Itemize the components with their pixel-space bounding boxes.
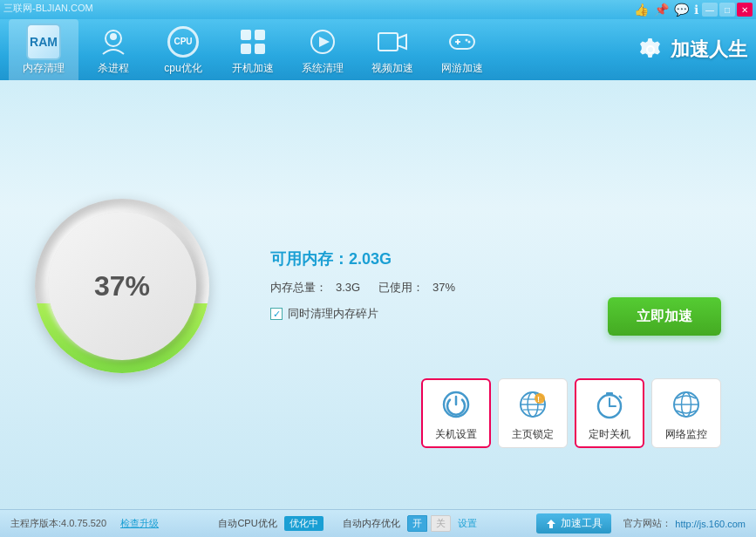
tool-timer-label: 定时关机: [589, 427, 630, 442]
nav-label-memory: 内存清理: [23, 61, 65, 76]
svg-text:!: !: [537, 395, 540, 404]
nav-items: RAM 内存清理 杀进程 CPU cpu优化: [9, 19, 497, 80]
clean-fragments-checkbox[interactable]: ✓: [270, 308, 283, 320]
thumbsup-icon: 👍: [634, 3, 649, 17]
ram-gauge: 37%: [35, 199, 227, 391]
quick-tools-row: 关机设置 ! 主页锁定: [421, 378, 721, 448]
accel-tool-label: 加速工具: [561, 516, 603, 531]
nav-bar: RAM 内存清理 杀进程 CPU cpu优化: [0, 19, 756, 80]
gauge-inner-circle: 37%: [48, 212, 196, 360]
pin-icon: 📌: [654, 3, 669, 17]
logo-text: 加速人生: [671, 37, 747, 63]
tool-network-label: 网络监控: [665, 427, 707, 442]
nav-item-video[interactable]: 视频加速: [358, 19, 427, 80]
available-label: 可用内存：: [270, 250, 349, 268]
status-bar: 主程序版本:4.0.75.520 检查升级 自动CPU优化 优化中 自动内存优化…: [0, 509, 756, 537]
svg-rect-8: [378, 33, 398, 51]
nav-item-cpu[interactable]: CPU cpu优化: [148, 19, 218, 80]
window-controls: — □ ✕: [702, 3, 753, 17]
nav-item-kill-process[interactable]: 杀进程: [78, 19, 148, 80]
gauge-percent: 37%: [94, 270, 150, 302]
title-bar: 三联网-BLJIAN.COM 👍 📌 💬 ℹ — □ ✕: [0, 0, 756, 19]
svg-rect-2: [241, 30, 251, 40]
svg-line-27: [619, 396, 622, 398]
ie-icon-wrap: !: [514, 385, 552, 424]
clean-fragments-label: 同时清理内存碎片: [288, 306, 378, 322]
tool-shutdown-label: 关机设置: [435, 427, 477, 442]
svg-marker-9: [398, 35, 406, 49]
title-bar-icons: 👍 📌 💬 ℹ: [634, 3, 698, 17]
check-update-button[interactable]: 检查升级: [120, 517, 159, 530]
memory-clean-icon: RAM: [26, 24, 61, 59]
info-panel: 可用内存：2.03G 内存总量：3.3G 已使用：37% ✓ 同时清理内存碎片 …: [227, 248, 721, 341]
sysclean-icon: [305, 24, 340, 59]
nav-label-cpu: cpu优化: [164, 61, 201, 76]
setting-link[interactable]: 设置: [458, 517, 477, 530]
close-button[interactable]: ✕: [737, 3, 753, 17]
boost-button[interactable]: 立即加速: [608, 297, 721, 336]
accel-tool-icon: [545, 518, 557, 530]
used-label: 已使用：: [378, 281, 424, 294]
svg-marker-7: [319, 37, 330, 47]
gauge-outer-ring: 37%: [35, 199, 209, 373]
total-value: 3.3G: [336, 281, 360, 294]
accel-tool-button[interactable]: 加速工具: [536, 513, 611, 534]
main-content: 37% 可用内存：2.03G 内存总量：3.3G 已使用：37% ✓ 同时清理内…: [0, 80, 756, 509]
svg-point-21: [535, 393, 545, 404]
shutdown-icon-wrap: [437, 385, 475, 424]
network-icon-wrap: [667, 385, 705, 424]
tool-homepage-label: 主页锁定: [512, 427, 554, 442]
mem-opt-label: 自动内存优化: [343, 517, 400, 530]
tool-shutdown-settings[interactable]: 关机设置: [421, 378, 491, 448]
svg-rect-10: [450, 35, 474, 49]
status-right-section: 加速工具 官方网站： http://js.160.com: [536, 513, 746, 534]
svg-point-13: [466, 38, 468, 41]
chat-icon: 💬: [674, 3, 689, 17]
logo-area: 加速人生: [637, 37, 747, 63]
svg-point-14: [468, 40, 471, 43]
timer-icon-wrap: [590, 385, 629, 424]
nav-label-video: 视频加速: [371, 61, 413, 76]
svg-point-1: [110, 33, 117, 40]
status-middle-section: 自动CPU优化 优化中 自动内存优化 开 关 设置: [173, 515, 522, 532]
nav-item-sysclean[interactable]: 系统清理: [288, 19, 358, 80]
nav-label-kill: 杀进程: [98, 61, 129, 76]
logo-gear-icon: [637, 37, 664, 63]
memory-details-row: 内存总量：3.3G 已使用：37%: [270, 280, 721, 296]
nav-item-game[interactable]: 网游加速: [427, 19, 497, 80]
nav-label-sysclean: 系统清理: [302, 61, 344, 76]
nav-item-memory-clean[interactable]: RAM 内存清理: [9, 19, 78, 80]
version-text: 主程序版本:4.0.75.520: [10, 517, 106, 530]
nav-label-startup: 开机加速: [232, 61, 274, 76]
toggle-off: 关: [431, 515, 451, 532]
minimize-button[interactable]: —: [702, 3, 718, 17]
game-icon: [445, 24, 480, 59]
available-memory-row: 可用内存：2.03G: [270, 248, 721, 269]
tool-homepage-lock[interactable]: ! 主页锁定: [498, 378, 568, 448]
used-value: 37%: [432, 281, 455, 294]
total-label: 内存总量：: [270, 281, 327, 294]
cpu-opt-label: 自动CPU优化: [218, 517, 276, 530]
official-site-link[interactable]: http://js.160.com: [675, 519, 746, 529]
cpu-icon: CPU: [166, 24, 201, 59]
svg-rect-4: [241, 44, 251, 54]
tool-timer-shutdown[interactable]: 定时关机: [575, 378, 644, 448]
watermark-text: 三联网-BLJIAN.COM: [3, 2, 93, 15]
info-icon: ℹ: [694, 3, 698, 17]
mem-toggle[interactable]: 开 关: [407, 515, 451, 532]
svg-rect-26: [606, 392, 613, 395]
available-value: 2.03G: [349, 250, 392, 268]
nav-label-game: 网游加速: [441, 61, 483, 76]
video-icon: [375, 24, 410, 59]
nav-item-startup[interactable]: 开机加速: [218, 19, 288, 80]
maximize-button[interactable]: □: [719, 3, 735, 17]
kill-process-icon: [96, 24, 131, 59]
toggle-on[interactable]: 开: [407, 515, 427, 532]
tool-network-monitor[interactable]: 网络监控: [651, 378, 721, 448]
svg-rect-5: [255, 44, 265, 54]
svg-rect-3: [255, 30, 265, 40]
cpu-opt-status: 优化中: [284, 516, 324, 531]
official-site-label: 官方网站：: [623, 517, 671, 530]
startup-icon: [235, 24, 270, 59]
